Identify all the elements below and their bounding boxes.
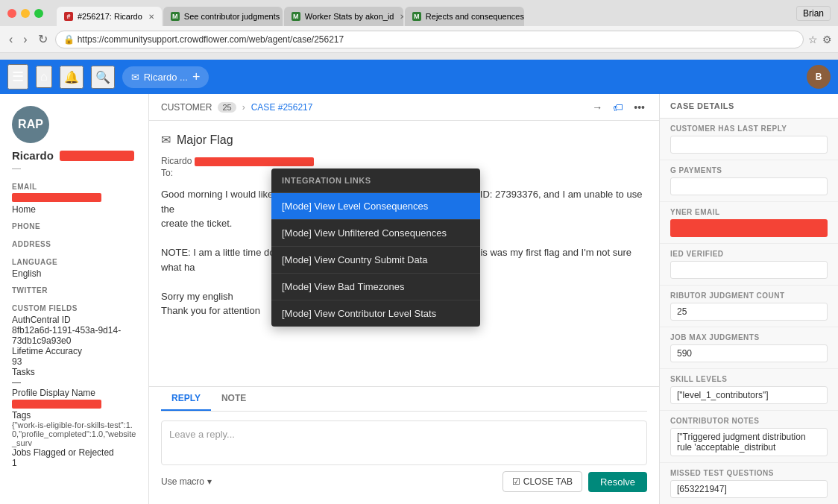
browser-user-name: Brian xyxy=(796,6,831,21)
back-button[interactable]: ‹ xyxy=(6,31,16,48)
owner-email-label: YNER EMAIL xyxy=(670,208,828,216)
browser-tab-4[interactable]: M Rejects and consequences ✕ xyxy=(405,7,524,26)
contributor-notes-label: CONTRIBUTOR NOTES xyxy=(670,417,828,425)
sidebar-profile-redacted xyxy=(12,400,101,409)
forward-button[interactable]: › xyxy=(20,31,30,48)
macro-chevron-icon: ▾ xyxy=(207,476,212,487)
contributor-notes-section: CONTRIBUTOR NOTES ["Triggered judgment d… xyxy=(660,411,838,463)
browser-tab-2[interactable]: M See contributor judgments ✕ xyxy=(163,7,283,26)
tab-label-1: #256217: Ricardo xyxy=(78,12,142,21)
customer-last-reply-section: CUSTOMER HAS LAST REPLY xyxy=(660,119,838,160)
browser-tab-3[interactable]: M Worker Stats by akon_id ✕ xyxy=(284,7,403,26)
sidebar: RAP Ricardo — EMAIL Home PHONE ADDRESS L… xyxy=(0,94,149,504)
content-wrapper: CUSTOMER 25 › CASE #256217 → 🏷 ••• ✉ Maj… xyxy=(149,94,838,504)
browser-tabs: # #256217: Ricardo ✕ M See contributor j… xyxy=(57,0,790,26)
dropdown-item-3[interactable]: [Mode] View Country Submit Data xyxy=(271,247,480,274)
reply-tabs: REPLY NOTE xyxy=(161,387,647,412)
skill-levels-value: ["level_1_contributors"] xyxy=(670,386,828,404)
email-from-label: Ricardo xyxy=(161,156,192,166)
home-icon-button[interactable]: ⌂ xyxy=(36,66,52,88)
tab-close-3[interactable]: ✕ xyxy=(400,13,403,21)
breadcrumb-case-label: CASE #256217 xyxy=(251,102,313,113)
refresh-button[interactable]: ↻ xyxy=(35,31,51,48)
close-tab-area: ☑ CLOSE TAB Resolve xyxy=(503,471,647,492)
browser-actions: ☆ ⚙ xyxy=(808,34,832,45)
missed-test-questions-label: MISSED TEST QUESTIONS xyxy=(670,469,828,477)
verified-section: IED VERIFIED xyxy=(660,244,838,286)
bell-icon-button[interactable]: 🔔 xyxy=(60,66,84,89)
address-bar[interactable]: 🔒 https://communitysupport.crowdflower.c… xyxy=(55,31,804,48)
hamburger-menu-button[interactable]: ☰ xyxy=(7,64,28,89)
browser-tab-1[interactable]: # #256217: Ricardo ✕ xyxy=(57,7,162,26)
user-avatar[interactable]: B xyxy=(807,65,831,89)
language-label: LANGUAGE xyxy=(12,258,136,266)
close-tab-button[interactable]: ☑ CLOSE TAB xyxy=(503,471,582,492)
tab-label-2: See contributor judgments xyxy=(184,12,280,21)
nav-case-tab[interactable]: ✉ Ricardo ... + xyxy=(122,66,210,88)
reply-input[interactable]: Leave a reply... xyxy=(161,420,647,465)
reply-section: REPLY NOTE Leave a reply... Use macro ▾ xyxy=(149,386,659,504)
customer-last-reply-label: CUSTOMER HAS LAST REPLY xyxy=(670,125,828,133)
reply-placeholder: Leave a reply... xyxy=(169,429,235,440)
owner-email-section: YNER EMAIL xyxy=(660,202,838,244)
nav-tab-add-button[interactable]: + xyxy=(192,69,201,85)
sidebar-accuracy-label: Lifetime Accuracy xyxy=(12,346,136,356)
email-from: Ricardo xyxy=(161,156,647,168)
email-label: EMAIL xyxy=(12,183,136,191)
sidebar-twitter-section: TWITTER xyxy=(12,286,136,297)
app: ☰ ⌂ 🔔 🔍 ✉ Ricardo ... + B RAP Ricardo — … xyxy=(0,60,838,504)
sidebar-language-value: English xyxy=(12,268,136,279)
close-dot[interactable] xyxy=(7,9,16,18)
missed-test-questions-value: [653221947] xyxy=(670,480,828,498)
dropdown-item-5[interactable]: [Mode] View Contributor Level Stats xyxy=(271,300,480,327)
breadcrumb-arrow-button[interactable]: → xyxy=(590,99,605,116)
dropdown-item-1[interactable]: [Mode] View Level Consequences xyxy=(271,193,480,220)
breadcrumb: CUSTOMER 25 › CASE #256217 → 🏷 ••• xyxy=(149,94,659,121)
close-tab-checkbox-icon: ☑ xyxy=(512,476,520,487)
sidebar-language-section: LANGUAGE English xyxy=(12,258,136,279)
star-button[interactable]: ☆ xyxy=(808,34,818,45)
url-text: https://communitysupport.crowdflower.com… xyxy=(78,34,344,45)
email-envelope-icon: ✉ xyxy=(161,133,171,147)
maximize-dot[interactable] xyxy=(34,9,43,18)
sidebar-address-section: ADDRESS xyxy=(12,240,136,251)
sidebar-name-redacted xyxy=(60,151,134,161)
extensions-button[interactable]: ⚙ xyxy=(822,34,832,45)
sidebar-tags-value: {"work-is-eligible-for-skills-test":1.0,… xyxy=(12,420,136,447)
email-from-redacted xyxy=(195,157,314,166)
use-macro-button[interactable]: Use macro ▾ xyxy=(161,476,212,487)
skill-levels-section: SKILL LEVELS ["level_1_contributors"] xyxy=(660,369,838,411)
breadcrumb-tag-button[interactable]: 🏷 xyxy=(611,99,626,116)
browser-titlebar: # #256217: Ricardo ✕ M See contributor j… xyxy=(0,0,838,26)
sidebar-tasks-label: Tasks xyxy=(12,367,136,377)
reply-tab-reply[interactable]: REPLY xyxy=(161,387,211,411)
resolve-button[interactable]: Resolve xyxy=(588,472,647,492)
email-subject: Major Flag xyxy=(177,133,233,147)
breadcrumb-customer-link[interactable]: CUSTOMER xyxy=(161,102,212,113)
content-area: CUSTOMER 25 › CASE #256217 → 🏷 ••• ✉ Maj… xyxy=(149,94,659,504)
nav-tab-icon: ✉ xyxy=(131,72,139,83)
job-max-judgments-section: JOB MAX JUDGMENTS 590 xyxy=(660,327,838,369)
email-header: ✉ Major Flag xyxy=(161,133,647,147)
search-icon-button[interactable]: 🔍 xyxy=(91,66,115,89)
browser-toolbar: ‹ › ↻ 🔒 https://communitysupport.crowdfl… xyxy=(0,26,838,53)
sidebar-accuracy-value: 93 xyxy=(12,356,136,367)
sidebar-tags-label: Tags xyxy=(12,410,136,420)
customer-count-badge: 25 xyxy=(218,102,236,113)
dropdown-header: INTEGRATION LINKS xyxy=(271,168,480,193)
sidebar-jobs-flagged-value: 1 xyxy=(12,458,136,468)
pending-payments-value xyxy=(670,177,828,195)
judgment-count-label: RIBUTOR JUDGMENT COUNT xyxy=(670,292,828,300)
tab-favicon-1: # xyxy=(64,12,73,21)
dropdown-item-2[interactable]: [Mode] View Unfiltered Consequences xyxy=(271,220,480,247)
minimize-dot[interactable] xyxy=(21,9,30,18)
sidebar-avatar-initials: RAP xyxy=(18,118,43,131)
tab-close-1[interactable]: ✕ xyxy=(148,13,154,21)
dropdown-item-4[interactable]: [Mode] View Bad Timezones xyxy=(271,274,480,300)
breadcrumb-more-button[interactable]: ••• xyxy=(631,99,647,116)
judgment-count-value: 25 xyxy=(670,303,828,321)
tab-favicon-3: M xyxy=(292,12,300,21)
browser-dots xyxy=(7,9,43,18)
reply-tab-note[interactable]: NOTE xyxy=(211,387,256,411)
sidebar-dash: — xyxy=(12,163,136,174)
